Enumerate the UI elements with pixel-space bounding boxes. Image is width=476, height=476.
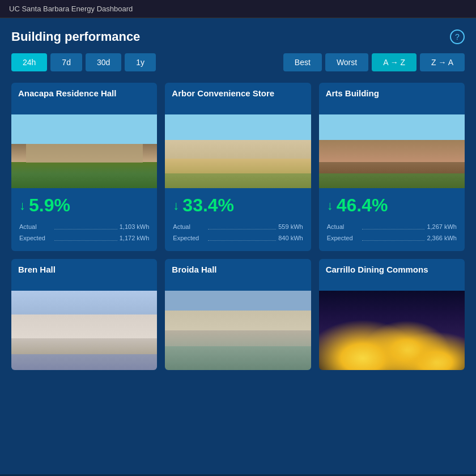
building-card-arbor[interactable]: Arbor Convenience Store ↓ 33.4% Actual 5… (165, 83, 311, 251)
filter-24h[interactable]: 24h (11, 53, 47, 71)
filter-30d[interactable]: 30d (86, 53, 121, 71)
top-bar: UC Santa Barbara Energy Dashboard (0, 0, 476, 18)
building-name-arbor: Arbor Convenience Store (165, 83, 311, 114)
stat-expected-arbor: Expected 840 kWh (173, 233, 303, 244)
performance-section-anacapa: ↓ 5.9% Actual 1,103 kWh Expected 1,172 k… (11, 188, 157, 251)
header-row: Building performance ? (11, 29, 465, 44)
building-name-carrillo: Carrillo Dining Commons (319, 259, 465, 291)
buildings-grid: Anacapa Residence Hall ↓ 5.9% Actual 1,1… (11, 83, 465, 370)
sort-a-z[interactable]: A → Z (372, 53, 416, 71)
building-image-arbor (165, 114, 311, 188)
stats-arts: Actual 1,267 kWh Expected 2,366 kWh (327, 222, 457, 244)
building-name-arts: Arts Building (319, 83, 465, 114)
filter-row: 24h 7d 30d 1y Best Worst A → Z Z → A (11, 53, 465, 71)
building-image-anacapa (11, 114, 157, 188)
filter-1y[interactable]: 1y (125, 53, 156, 71)
building-image-arts (319, 114, 465, 188)
sort-best[interactable]: Best (283, 53, 322, 71)
percent-anacapa: 5.9% (29, 195, 70, 216)
performance-section-arbor: ↓ 33.4% Actual 559 kWh Expected 840 kWh (165, 188, 311, 251)
performance-value-anacapa: ↓ 5.9% (19, 195, 149, 216)
building-card-anacapa[interactable]: Anacapa Residence Hall ↓ 5.9% Actual 1,1… (11, 83, 157, 251)
stat-actual-arbor: Actual 559 kWh (173, 222, 303, 233)
filter-7d[interactable]: 7d (50, 53, 82, 71)
building-card-broida[interactable]: Broida Hall (165, 259, 311, 370)
building-card-bren[interactable]: Bren Hall (11, 259, 157, 370)
building-card-carrillo[interactable]: Carrillo Dining Commons (319, 259, 465, 370)
percent-arts: 46.4% (337, 195, 388, 216)
stats-arbor: Actual 559 kWh Expected 840 kWh (173, 222, 303, 244)
help-icon[interactable]: ? (450, 29, 465, 44)
percent-arbor: 33.4% (182, 195, 234, 216)
app-title: UC Santa Barbara Energy Dashboard (9, 5, 133, 13)
building-card-arts[interactable]: Arts Building ↓ 46.4% Actual 1,267 kWh E… (319, 83, 465, 251)
stats-anacapa: Actual 1,103 kWh Expected 1,172 kWh (19, 222, 149, 244)
building-name-broida: Broida Hall (165, 259, 311, 291)
performance-value-arts: ↓ 46.4% (327, 195, 457, 216)
performance-section-arts: ↓ 46.4% Actual 1,267 kWh Expected 2,366 … (319, 188, 465, 251)
stat-expected-arts: Expected 2,366 kWh (327, 233, 457, 244)
building-image-bren (11, 291, 157, 370)
sort-worst[interactable]: Worst (325, 53, 368, 71)
building-name-bren: Bren Hall (11, 259, 157, 291)
stat-actual-anacapa: Actual 1,103 kWh (19, 222, 149, 233)
arrow-down-icon-anacapa: ↓ (19, 198, 26, 213)
arrow-down-icon-arts: ↓ (327, 198, 333, 213)
building-image-carrillo (319, 291, 465, 370)
performance-value-arbor: ↓ 33.4% (173, 195, 303, 216)
arrow-down-icon-arbor: ↓ (173, 198, 179, 213)
main-container: Building performance ? 24h 7d 30d 1y Bes… (0, 18, 476, 474)
sort-z-a[interactable]: Z → A (420, 53, 465, 71)
stat-actual-arts: Actual 1,267 kWh (327, 222, 457, 233)
building-image-broida (165, 291, 311, 370)
page-title: Building performance (11, 29, 140, 44)
stat-expected-anacapa: Expected 1,172 kWh (19, 233, 149, 244)
building-name-anacapa: Anacapa Residence Hall (11, 83, 157, 114)
